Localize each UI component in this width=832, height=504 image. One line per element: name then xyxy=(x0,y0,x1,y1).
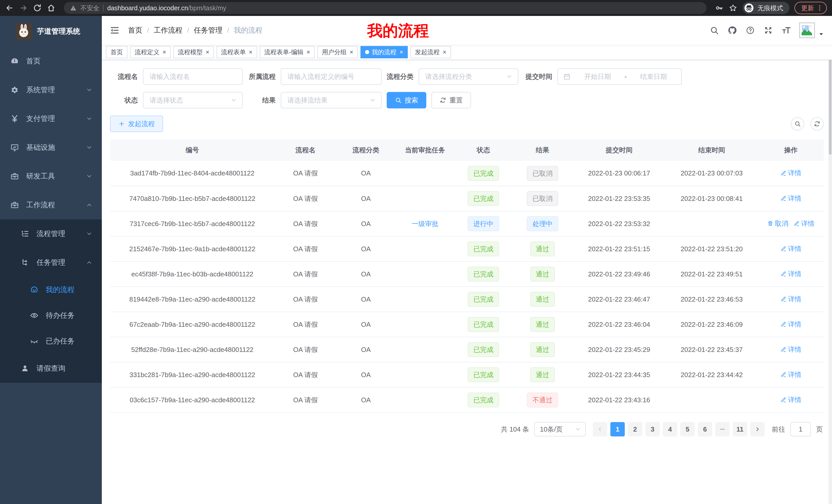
browser-home-icon[interactable] xyxy=(47,4,55,12)
search-button[interactable]: 搜索 xyxy=(387,92,426,108)
close-tab-icon[interactable]: × xyxy=(350,49,353,55)
cell-process-name: OA 请假 xyxy=(275,261,336,287)
breadcrumb-item[interactable]: 任务管理 xyxy=(194,25,223,35)
current-task-link[interactable]: 一级审批 xyxy=(412,220,438,228)
prev-page-button[interactable] xyxy=(593,422,607,437)
cell-category: OA xyxy=(336,186,395,211)
search-icon[interactable] xyxy=(710,26,719,35)
detail-action-link[interactable]: 详情 xyxy=(780,169,801,177)
question-icon[interactable] xyxy=(746,26,755,35)
textsize-icon[interactable] xyxy=(782,26,791,35)
status-badge: 已完成 xyxy=(468,292,499,307)
breadcrumb-separator: / xyxy=(227,26,229,34)
hamburger-icon[interactable] xyxy=(109,25,120,35)
result-badge: 通过 xyxy=(530,292,555,307)
sidebar-item-dev-tools[interactable]: 研发工具 xyxy=(0,162,102,191)
page-button-3[interactable]: 3 xyxy=(645,422,660,437)
user-icon xyxy=(21,364,29,373)
tab-label: 发起流程 xyxy=(415,48,440,56)
page-button-4[interactable]: 4 xyxy=(663,422,677,437)
tab-process-definition[interactable]: 流程定义× xyxy=(130,46,171,58)
sidebar-item-leave-query[interactable]: 请假查询 xyxy=(0,354,102,383)
browser-forward-icon[interactable] xyxy=(19,4,28,12)
detail-action-link[interactable]: 详情 xyxy=(780,194,801,203)
page-button-5[interactable]: 5 xyxy=(680,422,695,437)
address-bar[interactable]: 不安全 dashboard.yudao.iocoder.cn/bpm/task/… xyxy=(64,2,706,14)
sidebar-item-payment-management[interactable]: 支付管理 xyxy=(0,104,102,133)
page-button-1[interactable]: 1 xyxy=(610,422,625,437)
sidebar-item-done-tasks[interactable]: 已办任务 xyxy=(0,328,102,354)
status-select[interactable]: 请选择状态 xyxy=(143,92,243,108)
key-icon[interactable] xyxy=(715,4,724,12)
page-size-select[interactable]: 10条/页 xyxy=(534,422,586,437)
reset-button[interactable]: 重置 xyxy=(432,92,471,108)
close-tab-icon[interactable]: × xyxy=(307,49,310,55)
close-tab-icon[interactable]: × xyxy=(399,49,403,55)
sidebar-item-label: 待办任务 xyxy=(46,311,93,320)
next-page-button[interactable] xyxy=(750,422,765,437)
detail-action-link[interactable]: 详情 xyxy=(780,244,801,253)
result-badge: 通过 xyxy=(530,267,555,282)
cell-result: 通过 xyxy=(512,362,573,387)
tab-process-form[interactable]: 流程表单× xyxy=(216,46,257,58)
browser-reload-icon[interactable] xyxy=(33,4,42,12)
sidebar-item-task-management[interactable]: 任务管理 xyxy=(0,248,102,277)
tab-my-process[interactable]: 我的流程× xyxy=(361,46,408,58)
process-name-input[interactable] xyxy=(143,68,243,85)
browser-back-icon[interactable] xyxy=(5,4,14,12)
kebab-menu-icon[interactable] xyxy=(816,4,823,11)
brand-logo-icon xyxy=(16,23,32,39)
cell-status: 已完成 xyxy=(454,161,512,186)
sidebar-item-infrastructure[interactable]: 基础设施 xyxy=(0,133,102,162)
brand[interactable]: 芋道管理系统 xyxy=(0,16,102,47)
parent-process-input[interactable] xyxy=(281,68,382,85)
goto-page-input[interactable] xyxy=(790,422,811,437)
page-button-6[interactable]: 6 xyxy=(698,422,712,437)
sidebar-item-my-process[interactable]: 我的流程 xyxy=(0,277,102,303)
detail-action-link[interactable]: 详情 xyxy=(780,320,801,329)
more-pages-button[interactable] xyxy=(715,422,730,437)
sidebar-item-home[interactable]: 首页 xyxy=(0,47,102,76)
sidebar-item-todo-tasks[interactable]: 待办任务 xyxy=(0,303,102,328)
chevron-up-icon xyxy=(86,202,93,208)
close-tab-icon[interactable]: × xyxy=(443,49,446,55)
user-avatar[interactable] xyxy=(799,22,824,38)
page-button-11[interactable]: 11 xyxy=(733,422,747,437)
start-process-button[interactable]: 发起流程 xyxy=(110,116,163,132)
table-row: 331bc281-7b9a-11ec-a290-acde48001122OA 请… xyxy=(110,362,824,387)
update-button[interactable]: 更新 xyxy=(795,2,827,14)
close-tab-icon[interactable]: × xyxy=(249,49,253,55)
close-tab-icon[interactable]: × xyxy=(162,49,166,55)
detail-action-link[interactable]: 详情 xyxy=(794,219,814,228)
sidebar-item-system-management[interactable]: 系统管理 xyxy=(0,76,102,104)
tab-process-form-edit[interactable]: 流程表单-编辑× xyxy=(260,46,315,58)
page-button-2[interactable]: 2 xyxy=(628,422,642,437)
status-badge: 已完成 xyxy=(468,166,499,181)
category-select[interactable]: 请选择流程分类 xyxy=(419,68,518,85)
detail-action-link[interactable]: 详情 xyxy=(780,395,801,404)
detail-action-link[interactable]: 详情 xyxy=(780,345,801,354)
tab-home[interactable]: 首页 xyxy=(106,46,128,58)
tab-user-group[interactable]: 用户分组× xyxy=(317,46,358,58)
close-tab-icon[interactable]: × xyxy=(206,49,209,55)
breadcrumb-item[interactable]: 首页 xyxy=(128,25,142,35)
detail-action-link[interactable]: 详情 xyxy=(780,370,801,379)
refresh-table-button[interactable] xyxy=(810,117,824,131)
sidebar-item-workflow[interactable]: 工作流程 xyxy=(0,191,102,219)
detail-action-link[interactable]: 详情 xyxy=(780,295,801,304)
fullscreen-icon[interactable] xyxy=(763,26,773,35)
bookmark-star-icon[interactable] xyxy=(729,4,737,12)
tab-start-process[interactable]: 发起流程× xyxy=(410,46,451,58)
submit-time-range-picker[interactable]: 开始日期 - 结束日期 xyxy=(557,68,682,85)
sidebar-item-process-management[interactable]: 流程管理 xyxy=(0,219,102,248)
github-icon[interactable] xyxy=(728,26,737,35)
cancel-action-link[interactable]: 取消 xyxy=(767,219,788,228)
page-scrollbar[interactable] xyxy=(828,16,832,504)
result-select[interactable]: 请选择流结果 xyxy=(281,92,382,108)
goto-unit: 页 xyxy=(816,425,823,434)
show-search-button[interactable] xyxy=(791,117,804,131)
sidebar-item-label: 工作流程 xyxy=(26,200,86,210)
tab-process-model[interactable]: 流程模型× xyxy=(173,46,214,58)
detail-action-link[interactable]: 详情 xyxy=(780,270,801,278)
breadcrumb-item[interactable]: 工作流程 xyxy=(154,25,183,35)
